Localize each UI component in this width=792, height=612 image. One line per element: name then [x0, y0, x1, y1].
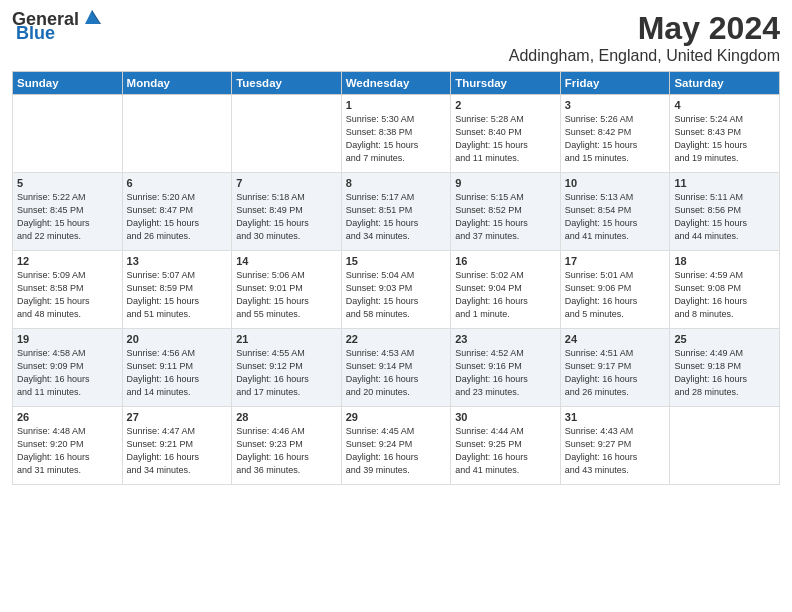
- day-info: Sunrise: 4:53 AM Sunset: 9:14 PM Dayligh…: [346, 347, 447, 399]
- calendar-cell: 18Sunrise: 4:59 AM Sunset: 9:08 PM Dayli…: [670, 251, 780, 329]
- day-info: Sunrise: 4:46 AM Sunset: 9:23 PM Dayligh…: [236, 425, 337, 477]
- header: General Blue May 2024 Addingham, England…: [12, 10, 780, 65]
- day-number: 26: [17, 411, 118, 423]
- day-info: Sunrise: 4:56 AM Sunset: 9:11 PM Dayligh…: [127, 347, 228, 399]
- page: General Blue May 2024 Addingham, England…: [0, 0, 792, 612]
- calendar-cell: 17Sunrise: 5:01 AM Sunset: 9:06 PM Dayli…: [560, 251, 670, 329]
- day-number: 21: [236, 333, 337, 345]
- day-number: 17: [565, 255, 666, 267]
- calendar-cell: [232, 95, 342, 173]
- day-info: Sunrise: 5:11 AM Sunset: 8:56 PM Dayligh…: [674, 191, 775, 243]
- day-number: 19: [17, 333, 118, 345]
- calendar-cell: 7Sunrise: 5:18 AM Sunset: 8:49 PM Daylig…: [232, 173, 342, 251]
- day-info: Sunrise: 4:45 AM Sunset: 9:24 PM Dayligh…: [346, 425, 447, 477]
- logo-blue: Blue: [16, 24, 55, 42]
- day-number: 13: [127, 255, 228, 267]
- col-header-friday: Friday: [560, 72, 670, 95]
- day-number: 22: [346, 333, 447, 345]
- day-number: 11: [674, 177, 775, 189]
- calendar-table: SundayMondayTuesdayWednesdayThursdayFrid…: [12, 71, 780, 485]
- subtitle: Addingham, England, United Kingdom: [509, 47, 780, 65]
- main-title: May 2024: [509, 10, 780, 47]
- day-info: Sunrise: 4:59 AM Sunset: 9:08 PM Dayligh…: [674, 269, 775, 321]
- calendar-cell: [13, 95, 123, 173]
- calendar-cell: 9Sunrise: 5:15 AM Sunset: 8:52 PM Daylig…: [451, 173, 561, 251]
- day-number: 9: [455, 177, 556, 189]
- calendar-cell: 24Sunrise: 4:51 AM Sunset: 9:17 PM Dayli…: [560, 329, 670, 407]
- day-number: 18: [674, 255, 775, 267]
- calendar-cell: 27Sunrise: 4:47 AM Sunset: 9:21 PM Dayli…: [122, 407, 232, 485]
- day-info: Sunrise: 5:26 AM Sunset: 8:42 PM Dayligh…: [565, 113, 666, 165]
- day-info: Sunrise: 4:43 AM Sunset: 9:27 PM Dayligh…: [565, 425, 666, 477]
- svg-marker-0: [85, 10, 99, 24]
- day-info: Sunrise: 5:15 AM Sunset: 8:52 PM Dayligh…: [455, 191, 556, 243]
- day-number: 15: [346, 255, 447, 267]
- day-number: 16: [455, 255, 556, 267]
- day-number: 4: [674, 99, 775, 111]
- calendar-body: 1Sunrise: 5:30 AM Sunset: 8:38 PM Daylig…: [13, 95, 780, 485]
- day-number: 28: [236, 411, 337, 423]
- week-row-3: 12Sunrise: 5:09 AM Sunset: 8:58 PM Dayli…: [13, 251, 780, 329]
- day-info: Sunrise: 5:09 AM Sunset: 8:58 PM Dayligh…: [17, 269, 118, 321]
- calendar-cell: 5Sunrise: 5:22 AM Sunset: 8:45 PM Daylig…: [13, 173, 123, 251]
- day-info: Sunrise: 4:47 AM Sunset: 9:21 PM Dayligh…: [127, 425, 228, 477]
- day-number: 3: [565, 99, 666, 111]
- calendar-cell: 4Sunrise: 5:24 AM Sunset: 8:43 PM Daylig…: [670, 95, 780, 173]
- header-row: SundayMondayTuesdayWednesdayThursdayFrid…: [13, 72, 780, 95]
- day-number: 12: [17, 255, 118, 267]
- calendar-cell: 14Sunrise: 5:06 AM Sunset: 9:01 PM Dayli…: [232, 251, 342, 329]
- calendar-cell: 16Sunrise: 5:02 AM Sunset: 9:04 PM Dayli…: [451, 251, 561, 329]
- calendar-cell: 8Sunrise: 5:17 AM Sunset: 8:51 PM Daylig…: [341, 173, 451, 251]
- col-header-thursday: Thursday: [451, 72, 561, 95]
- week-row-4: 19Sunrise: 4:58 AM Sunset: 9:09 PM Dayli…: [13, 329, 780, 407]
- calendar-cell: 29Sunrise: 4:45 AM Sunset: 9:24 PM Dayli…: [341, 407, 451, 485]
- day-number: 8: [346, 177, 447, 189]
- calendar-cell: 19Sunrise: 4:58 AM Sunset: 9:09 PM Dayli…: [13, 329, 123, 407]
- col-header-sunday: Sunday: [13, 72, 123, 95]
- day-number: 14: [236, 255, 337, 267]
- title-block: May 2024 Addingham, England, United King…: [509, 10, 780, 65]
- day-number: 2: [455, 99, 556, 111]
- calendar-cell: 10Sunrise: 5:13 AM Sunset: 8:54 PM Dayli…: [560, 173, 670, 251]
- day-number: 30: [455, 411, 556, 423]
- calendar-cell: 12Sunrise: 5:09 AM Sunset: 8:58 PM Dayli…: [13, 251, 123, 329]
- day-number: 27: [127, 411, 228, 423]
- col-header-saturday: Saturday: [670, 72, 780, 95]
- day-number: 24: [565, 333, 666, 345]
- calendar-cell: 25Sunrise: 4:49 AM Sunset: 9:18 PM Dayli…: [670, 329, 780, 407]
- calendar-cell: [122, 95, 232, 173]
- day-number: 20: [127, 333, 228, 345]
- week-row-5: 26Sunrise: 4:48 AM Sunset: 9:20 PM Dayli…: [13, 407, 780, 485]
- day-info: Sunrise: 5:06 AM Sunset: 9:01 PM Dayligh…: [236, 269, 337, 321]
- day-info: Sunrise: 5:28 AM Sunset: 8:40 PM Dayligh…: [455, 113, 556, 165]
- calendar-cell: 15Sunrise: 5:04 AM Sunset: 9:03 PM Dayli…: [341, 251, 451, 329]
- week-row-1: 1Sunrise: 5:30 AM Sunset: 8:38 PM Daylig…: [13, 95, 780, 173]
- calendar-header: SundayMondayTuesdayWednesdayThursdayFrid…: [13, 72, 780, 95]
- day-number: 1: [346, 99, 447, 111]
- calendar-cell: 3Sunrise: 5:26 AM Sunset: 8:42 PM Daylig…: [560, 95, 670, 173]
- calendar-cell: 21Sunrise: 4:55 AM Sunset: 9:12 PM Dayli…: [232, 329, 342, 407]
- logo-icon: [81, 6, 103, 28]
- calendar-cell: [670, 407, 780, 485]
- day-info: Sunrise: 5:13 AM Sunset: 8:54 PM Dayligh…: [565, 191, 666, 243]
- day-info: Sunrise: 5:01 AM Sunset: 9:06 PM Dayligh…: [565, 269, 666, 321]
- calendar-cell: 20Sunrise: 4:56 AM Sunset: 9:11 PM Dayli…: [122, 329, 232, 407]
- calendar-cell: 31Sunrise: 4:43 AM Sunset: 9:27 PM Dayli…: [560, 407, 670, 485]
- calendar-cell: 30Sunrise: 4:44 AM Sunset: 9:25 PM Dayli…: [451, 407, 561, 485]
- calendar-cell: 2Sunrise: 5:28 AM Sunset: 8:40 PM Daylig…: [451, 95, 561, 173]
- day-info: Sunrise: 5:04 AM Sunset: 9:03 PM Dayligh…: [346, 269, 447, 321]
- calendar-cell: 11Sunrise: 5:11 AM Sunset: 8:56 PM Dayli…: [670, 173, 780, 251]
- day-number: 7: [236, 177, 337, 189]
- day-info: Sunrise: 4:49 AM Sunset: 9:18 PM Dayligh…: [674, 347, 775, 399]
- day-info: Sunrise: 5:02 AM Sunset: 9:04 PM Dayligh…: [455, 269, 556, 321]
- day-info: Sunrise: 4:51 AM Sunset: 9:17 PM Dayligh…: [565, 347, 666, 399]
- day-info: Sunrise: 4:52 AM Sunset: 9:16 PM Dayligh…: [455, 347, 556, 399]
- day-number: 31: [565, 411, 666, 423]
- day-info: Sunrise: 5:17 AM Sunset: 8:51 PM Dayligh…: [346, 191, 447, 243]
- col-header-wednesday: Wednesday: [341, 72, 451, 95]
- day-number: 29: [346, 411, 447, 423]
- day-info: Sunrise: 5:22 AM Sunset: 8:45 PM Dayligh…: [17, 191, 118, 243]
- day-number: 10: [565, 177, 666, 189]
- day-number: 23: [455, 333, 556, 345]
- day-number: 5: [17, 177, 118, 189]
